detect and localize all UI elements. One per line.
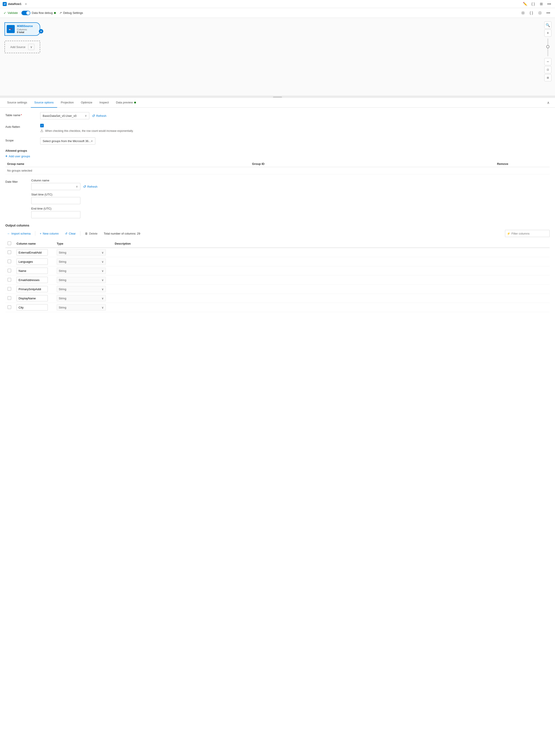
- row-checkbox-0[interactable]: [8, 250, 11, 254]
- scope-select[interactable]: Select groups from the Microsoft 36... ∨: [40, 137, 95, 145]
- group-name-header: Group name: [5, 161, 250, 167]
- code-icon-btn[interactable]: { }: [530, 1, 536, 7]
- row-checkbox-1[interactable]: [8, 260, 11, 263]
- filter-columns-input[interactable]: [505, 230, 550, 237]
- output-columns-section: Output columns ← Import schema + New col…: [5, 224, 550, 312]
- validate-btn[interactable]: ✓ Validate: [4, 11, 18, 15]
- col-type-select-0[interactable]: String ∨: [57, 249, 106, 255]
- date-filter-label: Date filter: [5, 179, 28, 184]
- tab-projection[interactable]: Projection: [57, 98, 77, 108]
- col-type-select-1[interactable]: String ∨: [57, 258, 106, 265]
- scope-row: Scope Select groups from the Microsoft 3…: [5, 137, 550, 145]
- column-refresh-btn[interactable]: ↺ Refresh: [83, 185, 97, 189]
- output-columns-title: Output columns: [5, 224, 550, 227]
- tab-data-preview[interactable]: Data preview: [112, 98, 139, 108]
- tab-bar: Source settings Source options Projectio…: [0, 98, 555, 108]
- scope-controls: Select groups from the Microsoft 36... ∨: [40, 137, 550, 145]
- column-name-sub-label: Column name: [31, 179, 550, 182]
- col-name-input-1[interactable]: [16, 258, 48, 265]
- row-checkbox-6[interactable]: [8, 306, 11, 309]
- col-name-input-6[interactable]: [16, 304, 48, 311]
- collapse-panel-btn[interactable]: ∧: [545, 100, 551, 106]
- more-icon-btn[interactable]: •••: [546, 1, 552, 7]
- column-name-select[interactable]: ∨: [31, 183, 80, 190]
- node-add-btn[interactable]: +: [39, 29, 43, 34]
- scope-label: Scope: [5, 137, 37, 142]
- import-schema-btn[interactable]: ← Import schema: [5, 231, 32, 236]
- table-refresh-btn[interactable]: ↺ Refresh: [92, 114, 106, 118]
- col-name-input-5[interactable]: [16, 295, 48, 302]
- import-schema-icon: ←: [7, 232, 10, 235]
- auto-flatten-checkbox-row: ✓: [40, 124, 550, 127]
- select-all-checkbox[interactable]: [8, 241, 11, 245]
- table-name-controls: BasicDataSet_v0.User_v0 ∨ ↺ Refresh: [40, 112, 550, 119]
- node-icon: M: [7, 25, 15, 33]
- zoom-slider[interactable]: [547, 38, 548, 56]
- canvas-area: M M365Source Columns: 0 total +: [0, 18, 555, 96]
- braces-icon-btn[interactable]: { }: [528, 10, 535, 16]
- col-type-select-4[interactable]: String ∨: [57, 286, 106, 292]
- chevron-down-icon: ∨: [85, 114, 87, 117]
- form-area: Table name* BasicDataSet_v0.User_v0 ∨ ↺ …: [0, 108, 555, 317]
- more2-icon-btn[interactable]: •••: [545, 10, 551, 16]
- auto-flatten-checkbox[interactable]: ✓: [40, 124, 44, 127]
- col-type-select-3[interactable]: String ∨: [57, 277, 106, 283]
- export-icon-btn[interactable]: ⊡: [537, 10, 543, 16]
- debug-settings-btn[interactable]: ↗ Debug Settings: [59, 11, 83, 14]
- delete-btn[interactable]: 🗑 Delete: [83, 231, 99, 236]
- col-name-header: Column name: [14, 240, 54, 248]
- clear-btn[interactable]: ↺ Clear: [63, 231, 78, 236]
- col-name-input-3[interactable]: [16, 277, 48, 283]
- bottom-panel: Source settings Source options Projectio…: [0, 98, 555, 317]
- debug-label: Data flow debug: [32, 11, 53, 14]
- table-row: String ∨: [5, 266, 550, 275]
- toolbar: ✓ Validate Data flow debug ↗ Debug Setti…: [0, 8, 555, 18]
- col-name-input-2[interactable]: [16, 268, 48, 274]
- tab-source-settings[interactable]: Source settings: [4, 98, 31, 108]
- pencil-icon-btn[interactable]: ✏️: [522, 1, 528, 7]
- table-row: String ∨: [5, 257, 550, 266]
- col-name-input-0[interactable]: [16, 249, 48, 255]
- table-name-select[interactable]: BasicDataSet_v0.User_v0 ∨: [40, 112, 89, 119]
- grid-icon-btn[interactable]: ⊞: [538, 1, 544, 7]
- auto-flatten-row: Auto flatten ✓ ⚠ When checking this chec…: [5, 124, 550, 133]
- delete-icon: 🗑: [85, 232, 88, 235]
- start-time-label: Start time (UTC): [31, 193, 550, 196]
- add-user-groups-btn[interactable]: + Add user groups: [5, 154, 550, 158]
- zoom-out-btn[interactable]: −: [544, 58, 551, 65]
- debug-toggle-group: Data flow debug: [22, 11, 56, 15]
- table-row: String ∨: [5, 303, 550, 312]
- select-btn[interactable]: ⊞: [544, 74, 551, 81]
- type-chevron-icon: ∨: [101, 269, 104, 273]
- debug-toggle[interactable]: [22, 11, 30, 15]
- col-type-select-5[interactable]: String ∨: [57, 295, 106, 302]
- m365source-node[interactable]: M M365Source Columns: 0 total +: [4, 22, 40, 36]
- row-checkbox-2[interactable]: [8, 269, 11, 272]
- start-time-input[interactable]: [31, 197, 80, 204]
- fit-screen-btn[interactable]: ⊡: [544, 66, 551, 73]
- search-canvas-btn[interactable]: 🔍: [544, 22, 551, 29]
- new-column-btn[interactable]: + New column: [38, 231, 60, 236]
- end-time-input[interactable]: [31, 211, 80, 218]
- tab-optimize[interactable]: Optimize: [77, 98, 96, 108]
- type-chevron-icon: ∨: [101, 306, 104, 309]
- row-checkbox-5[interactable]: [8, 296, 11, 300]
- tab-source-options[interactable]: Source options: [31, 98, 57, 108]
- node-meta: Columns: 0 total: [17, 28, 33, 34]
- debug-settings-icon: ↗: [59, 11, 62, 14]
- refresh2-icon: ↺: [83, 185, 86, 189]
- add-source-box[interactable]: Add Source ∨: [4, 41, 40, 53]
- row-checkbox-3[interactable]: [8, 278, 11, 281]
- layout-icon-btn[interactable]: ⊟: [520, 10, 526, 16]
- col-type-select-2[interactable]: String ∨: [57, 268, 106, 274]
- type-chevron-icon: ∨: [101, 297, 104, 300]
- zoom-thumb[interactable]: [546, 45, 549, 48]
- col-type-select-6[interactable]: String ∨: [57, 304, 106, 311]
- groups-table: Group name Group ID Remove No groups sel…: [5, 161, 550, 174]
- row-checkbox-4[interactable]: [8, 287, 11, 291]
- end-time-label: End time (UTC): [31, 207, 550, 210]
- col-name-input-4[interactable]: [16, 286, 48, 292]
- tab-inspect[interactable]: Inspect: [96, 98, 112, 108]
- top-actions: ✏️ { } ⊞ •••: [522, 1, 552, 7]
- zoom-in-btn[interactable]: +: [544, 30, 551, 37]
